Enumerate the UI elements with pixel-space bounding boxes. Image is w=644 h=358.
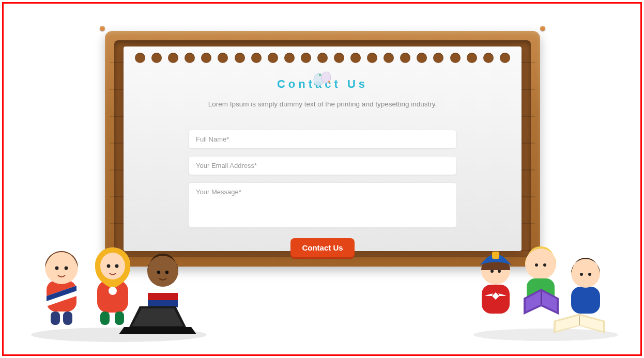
nail-icon <box>100 26 105 31</box>
svg-point-2 <box>319 74 321 76</box>
contact-submit-button[interactable]: Contact Us <box>290 238 354 257</box>
nail-icon <box>540 267 545 272</box>
page-subtitle: Lorem Ipsum is simply dummy text of the … <box>208 100 437 108</box>
bulletin-board: Contact Us Lorem Ipsum is simply dummy t… <box>101 27 544 271</box>
name-input[interactable] <box>188 130 457 149</box>
contact-card: Contact Us Lorem Ipsum is simply dummy t… <box>124 46 522 251</box>
message-textarea[interactable] <box>188 182 457 228</box>
email-input[interactable] <box>188 156 457 175</box>
balloon-icon <box>311 70 334 92</box>
contact-form <box>188 130 457 228</box>
svg-point-3 <box>328 81 330 83</box>
nail-icon <box>100 267 105 272</box>
nail-icon <box>540 26 545 31</box>
svg-point-4 <box>314 83 316 85</box>
paper-perforation <box>124 43 522 59</box>
